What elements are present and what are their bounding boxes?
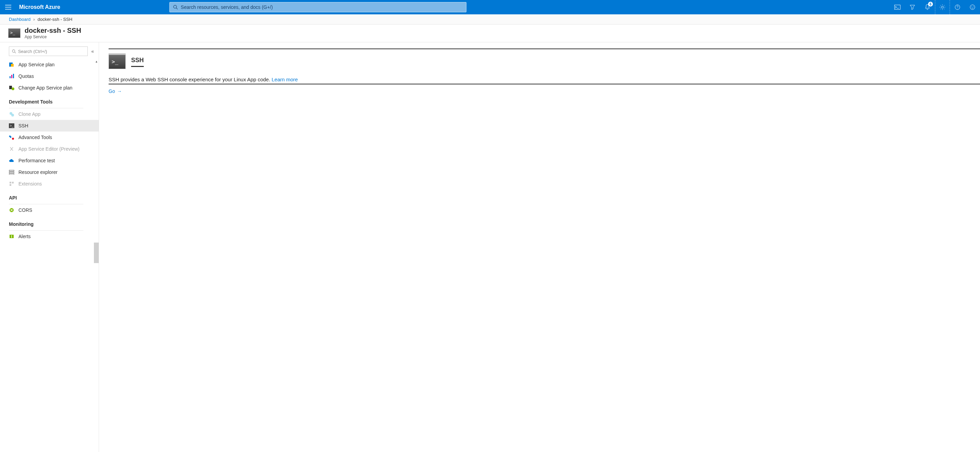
svg-point-8 — [12, 50, 15, 52]
sidebar-item-resource-explorer[interactable]: Resource explorer — [0, 166, 99, 178]
terminal-icon — [108, 55, 126, 69]
sidebar-item-label: Resource explorer — [18, 169, 57, 175]
sidebar-item-extensions[interactable]: Extensions — [0, 178, 99, 190]
main-layout: « ▴ App Service plan Quotas Change App S… — [0, 42, 980, 452]
svg-point-16 — [12, 88, 14, 90]
cloud-shell-icon — [894, 5, 900, 10]
hamburger-menu-button[interactable] — [0, 0, 16, 14]
quotas-icon — [9, 73, 14, 79]
go-link-label: Go — [108, 88, 115, 94]
sidebar-search-row: « — [0, 42, 99, 59]
sidebar-group-devtools: Development Tools — [0, 94, 99, 107]
ssh-header: SSH — [108, 55, 980, 69]
go-link[interactable]: Go → — [108, 88, 122, 94]
editor-icon — [9, 146, 14, 152]
brand-label[interactable]: Microsoft Azure — [19, 4, 60, 10]
sidebar-item-app-service-editor[interactable]: App Service Editor (Preview) — [0, 143, 99, 155]
svg-rect-14 — [13, 74, 14, 78]
sidebar-item-label: App Service Editor (Preview) — [18, 146, 80, 152]
ssh-description-row: SSH provides a Web SSH console experienc… — [108, 77, 980, 85]
svg-point-0 — [174, 5, 177, 8]
ssh-icon: >_ — [9, 123, 14, 128]
sidebar-item-ssh[interactable]: >_ SSH — [0, 120, 99, 131]
svg-rect-25 — [10, 182, 11, 184]
sidebar-item-label: Quotas — [18, 73, 34, 79]
cloud-shell-button[interactable] — [890, 0, 905, 14]
top-bar-actions: 6 — [890, 0, 980, 14]
search-icon — [173, 5, 178, 10]
sidebar-item-change-plan[interactable]: Change App Service plan — [0, 82, 99, 94]
sidebar-item-app-service-plan[interactable]: App Service plan — [0, 59, 99, 70]
sidebar-item-cors[interactable]: CORS — [0, 204, 99, 216]
help-icon — [955, 5, 960, 10]
change-plan-icon — [9, 85, 14, 91]
learn-more-link[interactable]: Learn more — [272, 77, 298, 82]
clone-icon — [9, 111, 14, 117]
cors-icon — [9, 208, 14, 213]
sidebar: « ▴ App Service plan Quotas Change App S… — [0, 42, 99, 452]
resource-title-bar: docker-ssh - SSH App Service — [0, 25, 980, 42]
scroll-up-icon[interactable]: ▴ — [94, 59, 99, 64]
svg-rect-26 — [12, 182, 14, 184]
svg-rect-11 — [11, 64, 14, 67]
sidebar-item-label: Change App Service plan — [18, 85, 72, 91]
content-inner: SSH SSH provides a Web SSH console exper… — [108, 48, 980, 94]
svg-rect-2 — [895, 5, 900, 10]
alerts-icon — [9, 234, 14, 239]
svg-rect-24 — [9, 174, 14, 174]
svg-rect-23 — [9, 172, 14, 173]
sidebar-filter-input[interactable] — [18, 49, 85, 54]
hamburger-icon — [5, 5, 11, 10]
sidebar-item-label: Performance test — [18, 158, 55, 163]
explorer-icon — [9, 169, 14, 175]
sidebar-list[interactable]: ▴ App Service plan Quotas Change App Ser… — [0, 59, 99, 452]
content-heading: SSH — [131, 57, 144, 67]
help-button[interactable] — [950, 0, 965, 14]
svg-point-6 — [972, 6, 972, 7]
settings-button[interactable] — [935, 0, 950, 14]
collapse-sidebar-button[interactable]: « — [90, 48, 95, 54]
sidebar-group-api: API — [0, 190, 99, 203]
search-icon — [12, 49, 16, 54]
sidebar-item-label: CORS — [18, 208, 32, 213]
ssh-description: SSH provides a Web SSH console experienc… — [108, 77, 298, 82]
svg-rect-15 — [9, 86, 12, 89]
sidebar-item-clone-app[interactable]: Clone App — [0, 108, 99, 120]
svg-text:>_: >_ — [10, 124, 14, 128]
svg-rect-22 — [9, 170, 14, 171]
global-search[interactable] — [169, 2, 466, 12]
breadcrumb-current: docker-ssh - SSH — [38, 17, 72, 22]
sidebar-item-quotas[interactable]: Quotas — [0, 70, 99, 82]
filter-icon — [910, 5, 915, 10]
sidebar-item-label: Clone App — [18, 111, 41, 117]
svg-rect-27 — [10, 184, 11, 186]
gear-icon — [939, 4, 945, 10]
notifications-button[interactable]: 6 — [920, 0, 935, 14]
sidebar-item-performance-test[interactable]: Performance test — [0, 155, 99, 166]
svg-point-5 — [970, 5, 975, 10]
breadcrumb: Dashboard › docker-ssh - SSH — [0, 14, 980, 25]
ssh-description-text: SSH provides a Web SSH console experienc… — [108, 77, 270, 82]
sidebar-item-label: App Service plan — [18, 62, 55, 67]
svg-rect-30 — [11, 235, 12, 237]
chevron-right-icon: › — [33, 17, 35, 22]
scrollbar-thumb[interactable] — [94, 243, 99, 263]
sidebar-item-alerts[interactable]: Alerts — [0, 231, 99, 242]
feedback-button[interactable] — [965, 0, 980, 14]
breadcrumb-root[interactable]: Dashboard — [9, 17, 31, 22]
sidebar-item-label: SSH — [18, 123, 28, 128]
terminal-icon — [8, 28, 21, 38]
sidebar-item-advanced-tools[interactable]: Advanced Tools — [0, 131, 99, 143]
svg-point-18 — [11, 114, 14, 117]
svg-rect-12 — [10, 76, 11, 78]
sidebar-filter[interactable] — [9, 46, 88, 56]
svg-rect-13 — [11, 75, 12, 78]
page-title: docker-ssh - SSH — [25, 27, 81, 35]
smiley-icon — [970, 5, 975, 10]
directory-filter-button[interactable] — [905, 0, 920, 14]
notification-badge: 6 — [928, 2, 933, 6]
svg-point-7 — [973, 6, 974, 7]
global-search-input[interactable] — [181, 5, 463, 10]
tools-icon — [9, 134, 14, 140]
svg-point-21 — [12, 138, 14, 140]
